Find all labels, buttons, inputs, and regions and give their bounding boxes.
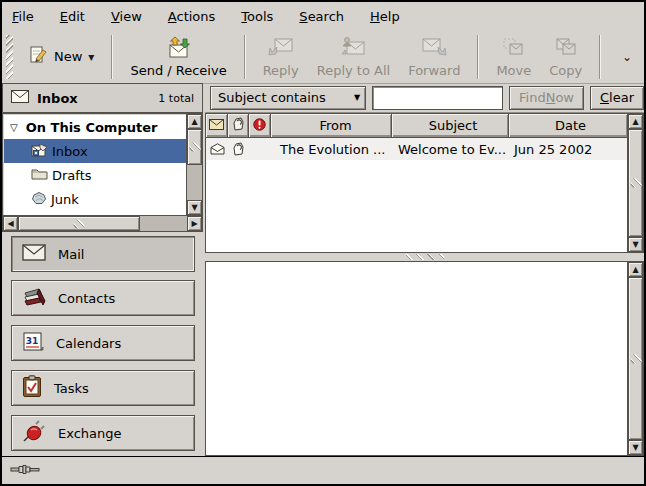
message-list-pane: From Subject Date The Evolution ... Welc… — [205, 113, 644, 253]
toolbar-grip-handle[interactable] — [6, 35, 13, 79]
evolution-window: File Edit View Actions Tools Search Help… — [0, 0, 646, 486]
column-importance[interactable] — [249, 114, 271, 138]
tree-hscroll-thumb[interactable] — [18, 216, 140, 231]
message-row[interactable]: The Evolution ... Welcome to Ev... Jun 2… — [206, 138, 627, 160]
send-receive-icon — [166, 36, 192, 61]
inbox-folder-icon — [31, 143, 48, 160]
scroll-right-arrow-icon[interactable]: ▶ — [187, 216, 202, 231]
tree-item-drafts[interactable]: Drafts — [4, 163, 186, 187]
tree-item-junk[interactable]: Junk — [4, 187, 186, 211]
search-input[interactable] — [372, 86, 503, 110]
message-from: The Evolution ... — [271, 142, 392, 157]
reply-to-all-icon — [340, 36, 366, 61]
tasks-clipboard-icon — [22, 375, 42, 401]
shortcut-exchange-label: Exchange — [58, 426, 122, 441]
current-folder-title: Inbox — [37, 91, 78, 106]
new-dropdown-chevron-icon[interactable]: ▾ — [88, 50, 94, 64]
send-receive-label: Send / Receive — [130, 63, 226, 78]
preview-scrollbar[interactable]: ▲ ▼ — [627, 262, 643, 455]
find-now-button[interactable]: Find Now — [509, 86, 584, 110]
copy-button[interactable]: Copy — [540, 32, 591, 82]
svg-text:31: 31 — [26, 336, 39, 346]
message-preview-pane: ▲ ▼ — [205, 261, 644, 456]
new-button[interactable]: New ▾ — [19, 32, 103, 82]
toolbar: New ▾ Send / Receive Reply Reply to All — [2, 30, 644, 84]
tree-vscroll-thumb[interactable] — [187, 129, 202, 165]
menu-tools[interactable]: Tools — [241, 9, 273, 24]
shortcut-mail-button[interactable]: Mail — [11, 236, 195, 272]
exchange-plug-icon — [22, 420, 46, 446]
pane-splitter[interactable] — [205, 253, 644, 261]
shortcut-calendars-label: Calendars — [56, 336, 121, 351]
contacts-address-book-icon — [22, 287, 46, 310]
column-date[interactable]: Date — [509, 114, 627, 138]
reply-to-all-button[interactable]: Reply to All — [308, 32, 399, 82]
reply-label: Reply — [263, 63, 299, 78]
tree-vertical-scrollbar[interactable]: ▲ ▼ — [186, 114, 202, 215]
forward-button[interactable]: Forward — [399, 32, 469, 82]
scroll-up-arrow-icon[interactable]: ▲ — [187, 114, 202, 129]
forward-label: Forward — [408, 63, 460, 78]
scroll-down-arrow-icon[interactable]: ▼ — [628, 440, 643, 455]
column-attachment[interactable] — [228, 114, 249, 138]
toolbar-separator — [599, 35, 601, 79]
folder-icon — [31, 167, 48, 183]
message-date: Jun 25 2002 — [509, 142, 627, 157]
tree-item-inbox[interactable]: Inbox — [4, 139, 186, 163]
column-status[interactable] — [206, 114, 228, 138]
folder-header[interactable]: Inbox 1 total — [2, 83, 203, 113]
toolbar-separator — [244, 35, 246, 79]
tree-horizontal-scrollbar[interactable]: ◀ ▶ — [3, 215, 202, 231]
menu-help[interactable]: Help — [370, 9, 400, 24]
shortcut-contacts-label: Contacts — [58, 291, 115, 306]
mail-envelope-icon — [11, 90, 29, 106]
chevron-down-icon: ▼ — [349, 89, 365, 107]
clear-button[interactable]: Clear — [590, 86, 644, 110]
expander-triangle-icon[interactable]: ▽ — [10, 122, 18, 133]
scroll-down-arrow-icon[interactable]: ▼ — [187, 200, 202, 215]
status-bar — [2, 456, 644, 484]
shortcut-calendars-button[interactable]: 31 Calendars — [11, 325, 195, 361]
menu-search[interactable]: Search — [299, 9, 344, 24]
menu-actions[interactable]: Actions — [168, 9, 216, 24]
column-from[interactable]: From — [271, 114, 392, 138]
junk-folder-icon — [31, 191, 47, 208]
shortcut-mail-label: Mail — [58, 247, 84, 262]
reply-button[interactable]: Reply — [254, 32, 308, 82]
copy-message-icon — [553, 36, 579, 61]
splitter-grip[interactable] — [406, 254, 444, 260]
send-receive-button[interactable]: Send / Receive — [121, 32, 235, 82]
message-list-scroll-thumb[interactable] — [628, 129, 643, 237]
move-label: Move — [496, 63, 531, 78]
new-message-icon — [28, 45, 48, 68]
scroll-up-arrow-icon[interactable]: ▲ — [628, 114, 643, 129]
menu-file[interactable]: File — [12, 9, 34, 24]
search-criteria-select[interactable]: Subject contains ▼ — [210, 86, 366, 110]
column-subject[interactable]: Subject — [392, 114, 509, 138]
preview-content[interactable] — [206, 262, 627, 455]
scroll-left-arrow-icon[interactable]: ◀ — [3, 216, 18, 231]
new-button-label: New — [54, 49, 82, 64]
envelope-status-icon — [209, 118, 224, 133]
shortcut-contacts-button[interactable]: Contacts — [11, 280, 195, 316]
tree-root-on-this-computer[interactable]: ▽ On This Computer — [4, 115, 186, 139]
menubar: File Edit View Actions Tools Search Help — [2, 2, 644, 30]
shortcut-tasks-button[interactable]: Tasks — [11, 370, 195, 406]
toolbar-separator — [477, 35, 479, 79]
search-criteria-value: Subject contains — [218, 90, 326, 105]
folder-tree-panel: ▽ On This Computer Inbox Drafts Junk — [2, 113, 203, 232]
important-exclamation-icon — [253, 118, 266, 134]
reply-icon — [268, 36, 294, 61]
offline-plug-icon[interactable] — [10, 463, 42, 479]
shortcut-exchange-button[interactable]: Exchange — [11, 415, 195, 451]
message-list-scrollbar[interactable]: ▲ ▼ — [627, 114, 643, 252]
menu-view[interactable]: View — [111, 9, 142, 24]
scroll-down-arrow-icon[interactable]: ▼ — [628, 237, 643, 252]
toolbar-overflow-chevron-icon[interactable]: ⌄ — [622, 50, 632, 64]
scroll-up-arrow-icon[interactable]: ▲ — [628, 262, 643, 277]
menu-edit[interactable]: Edit — [60, 9, 85, 24]
preview-scroll-thumb[interactable] — [628, 277, 643, 440]
move-button[interactable]: Move — [487, 32, 540, 82]
folder-tree: ▽ On This Computer Inbox Drafts Junk — [4, 115, 186, 215]
read-open-envelope-icon — [206, 143, 228, 155]
